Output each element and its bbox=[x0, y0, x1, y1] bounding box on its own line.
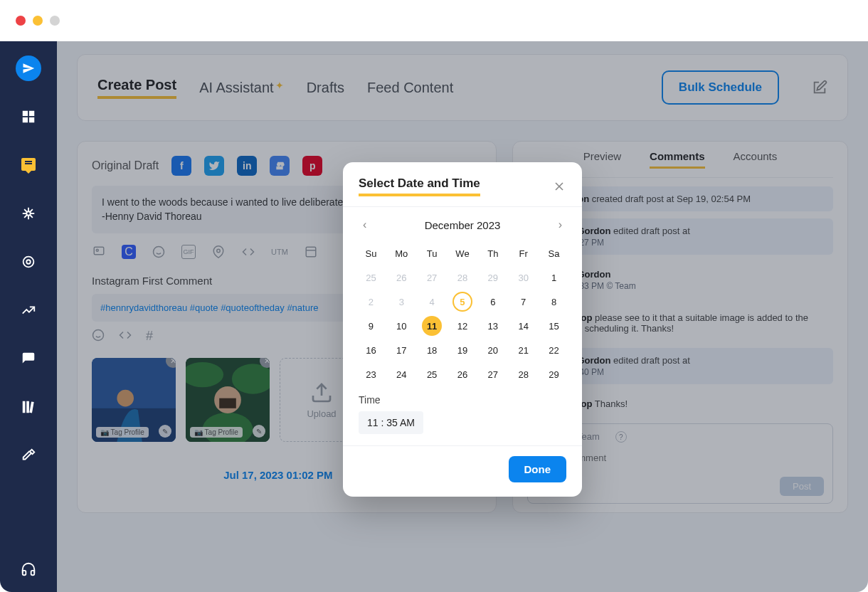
calendar-day[interactable]: 24 bbox=[391, 364, 411, 384]
calendar-day[interactable]: 11 bbox=[422, 316, 442, 336]
calendar-month: December 2023 bbox=[425, 219, 501, 231]
modal-title: Select Date and Time bbox=[359, 176, 480, 196]
sidebar bbox=[0, 41, 57, 592]
svg-rect-15 bbox=[23, 401, 26, 413]
calendar-day[interactable]: 28 bbox=[514, 364, 534, 384]
calendar-day[interactable]: 27 bbox=[422, 268, 442, 287]
calendar-day[interactable]: 8 bbox=[544, 292, 564, 312]
svg-line-11 bbox=[30, 209, 33, 212]
svg-rect-16 bbox=[26, 401, 29, 413]
svg-point-13 bbox=[23, 257, 34, 268]
calendar-day[interactable]: 13 bbox=[483, 316, 503, 336]
svg-line-12 bbox=[24, 215, 27, 218]
calendar-day[interactable]: 20 bbox=[483, 340, 503, 360]
calendar-day[interactable]: 26 bbox=[452, 364, 472, 384]
calendar-day[interactable]: 29 bbox=[544, 364, 564, 384]
main: Create Post AI Assistant✦ Drafts Feed Co… bbox=[57, 41, 868, 592]
calendar-day[interactable]: 10 bbox=[391, 316, 411, 336]
calendar-day[interactable]: 26 bbox=[391, 268, 411, 287]
calendar-day[interactable]: 21 bbox=[514, 340, 534, 360]
inbox-icon[interactable] bbox=[16, 346, 41, 371]
next-month[interactable]: › bbox=[559, 218, 562, 231]
calendar-day[interactable]: 5 bbox=[452, 292, 472, 312]
support-icon[interactable] bbox=[16, 556, 41, 582]
library-icon[interactable] bbox=[16, 394, 41, 420]
prev-month[interactable]: ‹ bbox=[363, 218, 366, 231]
calendar-day[interactable]: 1 bbox=[544, 268, 564, 287]
calendar-day[interactable]: 2 bbox=[361, 292, 381, 312]
target-icon[interactable] bbox=[16, 249, 41, 275]
svg-point-4 bbox=[26, 211, 31, 216]
compose-icon[interactable] bbox=[16, 152, 41, 178]
svg-rect-17 bbox=[29, 401, 33, 413]
modal-overlay[interactable]: Select Date and Time ‹ December 2023 › S… bbox=[57, 41, 868, 592]
titlebar bbox=[0, 0, 868, 41]
calendar-day[interactable]: 17 bbox=[391, 340, 411, 360]
svg-rect-1 bbox=[29, 111, 34, 116]
dow-header: Mo bbox=[386, 244, 417, 263]
dow-header: Tu bbox=[417, 244, 448, 263]
brand-logo[interactable] bbox=[16, 56, 41, 81]
calendar-day[interactable]: 3 bbox=[391, 292, 411, 312]
dashboard-icon[interactable] bbox=[16, 104, 41, 130]
svg-rect-0 bbox=[23, 111, 28, 116]
dow-header: Th bbox=[477, 244, 508, 263]
dow-header: Fr bbox=[508, 244, 539, 263]
window-minimize[interactable] bbox=[33, 16, 43, 26]
calendar-day[interactable]: 6 bbox=[483, 292, 503, 312]
calendar-day[interactable]: 16 bbox=[361, 340, 381, 360]
calendar-day[interactable]: 25 bbox=[361, 268, 381, 287]
calendar-day[interactable]: 4 bbox=[422, 292, 442, 312]
svg-rect-2 bbox=[23, 117, 28, 122]
svg-rect-3 bbox=[29, 117, 34, 122]
svg-line-10 bbox=[30, 215, 33, 218]
calendar-day[interactable]: 23 bbox=[361, 364, 381, 384]
window-close[interactable] bbox=[16, 16, 26, 26]
network-icon[interactable] bbox=[16, 201, 41, 226]
calendar-day[interactable]: 27 bbox=[483, 364, 503, 384]
calendar-day[interactable]: 19 bbox=[452, 340, 472, 360]
done-button[interactable]: Done bbox=[509, 456, 567, 482]
time-label: Time bbox=[359, 394, 566, 406]
calendar-day[interactable]: 22 bbox=[544, 340, 564, 360]
svg-point-14 bbox=[26, 260, 31, 264]
calendar-day[interactable]: 7 bbox=[514, 292, 534, 312]
calendar-day[interactable]: 9 bbox=[361, 316, 381, 336]
svg-line-9 bbox=[24, 209, 27, 212]
analytics-icon[interactable] bbox=[16, 297, 41, 323]
dow-header: Su bbox=[356, 244, 386, 263]
time-picker[interactable]: 11 : 35 AM bbox=[359, 411, 423, 434]
tools-icon[interactable] bbox=[16, 443, 41, 468]
date-time-modal: Select Date and Time ‹ December 2023 › S… bbox=[343, 162, 582, 497]
calendar-day[interactable]: 12 bbox=[452, 316, 472, 336]
calendar-day[interactable]: 30 bbox=[514, 268, 534, 287]
calendar-grid: SuMoTuWeThFrSa25262728293012345678910111… bbox=[343, 237, 582, 387]
dow-header: We bbox=[448, 244, 478, 263]
calendar-day[interactable]: 25 bbox=[422, 364, 442, 384]
calendar-day[interactable]: 29 bbox=[483, 268, 503, 287]
dow-header: Sa bbox=[539, 244, 569, 263]
close-icon[interactable] bbox=[552, 179, 566, 194]
calendar-day[interactable]: 28 bbox=[452, 268, 472, 287]
calendar-day[interactable]: 14 bbox=[514, 316, 534, 336]
calendar-day[interactable]: 18 bbox=[422, 340, 442, 360]
window-maximize[interactable] bbox=[50, 16, 60, 26]
calendar-day[interactable]: 15 bbox=[544, 316, 564, 336]
